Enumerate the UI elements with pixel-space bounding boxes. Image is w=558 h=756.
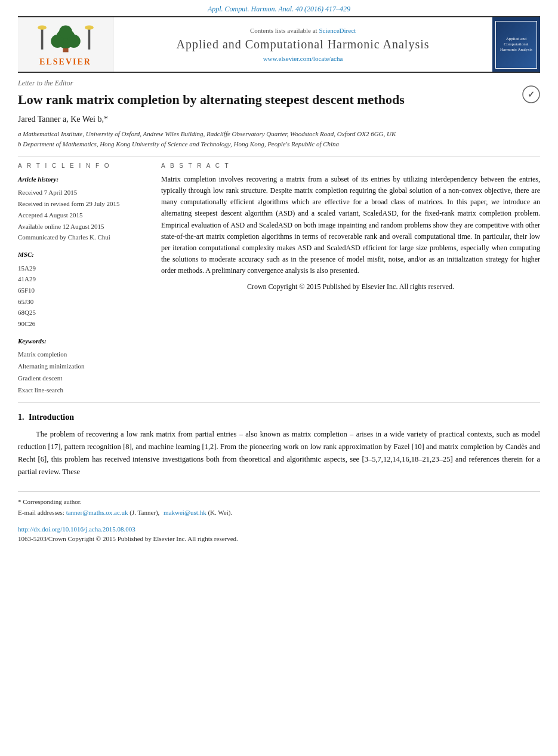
footer-divider: [18, 491, 540, 491]
msc-65f10: 65F10: [18, 285, 149, 296]
introduction-heading: 1. Introduction: [18, 413, 540, 422]
msc-65j30: 65J30: [18, 296, 149, 308]
email-tanner-link[interactable]: tanner@maths.ox.ac.uk: [66, 509, 128, 516]
journal-header: ELSEVIER Contents lists available at Sci…: [18, 16, 540, 73]
received-date: Received 7 April 2015: [18, 187, 149, 198]
communicated-by: Communicated by Charles K. Chui: [18, 232, 149, 243]
accepted-date: Accepted 4 August 2015: [18, 210, 149, 221]
abstract-text: Matrix completion involves recovering a …: [161, 174, 540, 277]
journal-url[interactable]: www.elsevier.com/locate/acha: [263, 55, 343, 62]
msc-68q25: 68Q25: [18, 307, 149, 318]
elsevier-tree-icon: [30, 22, 101, 55]
article-title: Low rank matrix completion by alternatin…: [18, 91, 540, 109]
section-divider-2: [18, 402, 540, 403]
doi-link[interactable]: http://dx.doi.org/10.1016/j.acha.2015.08…: [18, 525, 540, 533]
journal-title-section: Contents lists available at ScienceDirec…: [113, 17, 492, 72]
msc-heading: MSC:: [18, 249, 149, 260]
abstract-label: A B S T R A C T: [161, 162, 540, 169]
email-wei-name: (K. Wei).: [208, 509, 232, 516]
svg-rect-5: [41, 27, 43, 50]
keyword-1: Matrix completion: [18, 349, 149, 361]
main-content: Letter to the Editor Low rank matrix com…: [18, 73, 540, 548]
issn-copyright: 1063-5203/Crown Copyright © 2015 Publish…: [18, 535, 540, 542]
email-line: E-mail addresses: tanner@maths.ox.ac.uk …: [18, 507, 540, 518]
svg-rect-7: [88, 27, 90, 50]
email-label: E-mail addresses:: [18, 509, 64, 516]
keyword-2: Alternating minimization: [18, 361, 149, 373]
info-abstract-columns: A R T I C L E I N F O Article history: R…: [18, 162, 540, 397]
keywords-section: Keywords: Matrix completion Alternating …: [18, 336, 149, 397]
article-info-label: A R T I C L E I N F O: [18, 162, 149, 169]
intro-text: The problem of recovering a low rank mat…: [18, 430, 540, 477]
msc-section: MSC: 15A29 41A29 65F10 65J30 68Q25 90C26: [18, 249, 149, 330]
intro-section-num: 1.: [18, 413, 24, 422]
crossmark-icon: ✓: [522, 85, 540, 103]
email-tanner-name: (J. Tanner),: [130, 509, 159, 516]
email-wei-link[interactable]: makwei@ust.hk: [164, 509, 206, 516]
msc-90c26: 90C26: [18, 318, 149, 330]
article-type-label: Letter to the Editor: [18, 79, 540, 88]
contents-label: Contents lists available at: [250, 27, 317, 34]
available-date: Available online 12 August 2015: [18, 221, 149, 232]
science-direct-link[interactable]: Contents lists available at ScienceDirec…: [250, 27, 356, 34]
abstract-column: A B S T R A C T Matrix completion involv…: [161, 162, 540, 397]
article-title-text: Low rank matrix completion by alternatin…: [18, 92, 405, 107]
introduction-paragraph: The problem of recovering a low rank mat…: [18, 428, 540, 479]
doi-anchor[interactable]: http://dx.doi.org/10.1016/j.acha.2015.08…: [18, 525, 135, 533]
science-direct-anchor[interactable]: ScienceDirect: [319, 27, 356, 34]
msc-41a29: 41A29: [18, 273, 149, 285]
keyword-4: Exact line-search: [18, 385, 149, 397]
journal-cover-image: Applied and Computational Harmonic Analy…: [495, 21, 537, 69]
svg-point-6: [38, 26, 47, 30]
article-info-column: A R T I C L E I N F O Article history: R…: [18, 162, 149, 397]
journal-reference: Appl. Comput. Harmon. Anal. 40 (2016) 41…: [0, 0, 558, 16]
keywords-heading: Keywords:: [18, 336, 149, 347]
elsevier-brand-text: ELSEVIER: [39, 57, 91, 67]
msc-15a29: 15A29: [18, 263, 149, 274]
intro-section-title: Introduction: [29, 413, 74, 422]
footnotes: * Corresponding author. E-mail addresses…: [18, 496, 540, 522]
affiliation-a: a Mathematical Institute, University of …: [18, 129, 540, 140]
svg-text:✓: ✓: [528, 90, 535, 99]
article-history: Article history: Received 7 April 2015 R…: [18, 174, 149, 243]
keyword-3: Gradient descent: [18, 373, 149, 385]
journal-ref-text: Appl. Comput. Harmon. Anal. 40 (2016) 41…: [208, 5, 350, 13]
journal-full-title: Applied and Computational Harmonic Analy…: [176, 38, 429, 51]
revised-date: Received in revised form 29 July 2015: [18, 198, 149, 210]
affiliation-b: b Department of Mathematics, Hong Kong U…: [18, 139, 540, 150]
journal-thumbnail: Applied and Computational Harmonic Analy…: [492, 17, 540, 72]
journal-cover-text: Applied and Computational Harmonic Analy…: [498, 36, 534, 53]
elsevier-logo-section: ELSEVIER: [18, 17, 113, 72]
section-divider-1: [18, 156, 540, 156]
authors-text: Jared Tanner a, Ke Wei b,*: [18, 115, 108, 124]
authors-line: Jared Tanner a, Ke Wei b,*: [18, 115, 540, 124]
svg-point-8: [85, 26, 94, 30]
affiliations: a Mathematical Institute, University of …: [18, 129, 540, 150]
history-heading: Article history:: [18, 174, 149, 185]
corresponding-author-note: * Corresponding author.: [18, 496, 540, 508]
abstract-copyright: Crown Copyright © 2015 Published by Else…: [161, 281, 540, 293]
svg-point-4: [59, 26, 72, 39]
